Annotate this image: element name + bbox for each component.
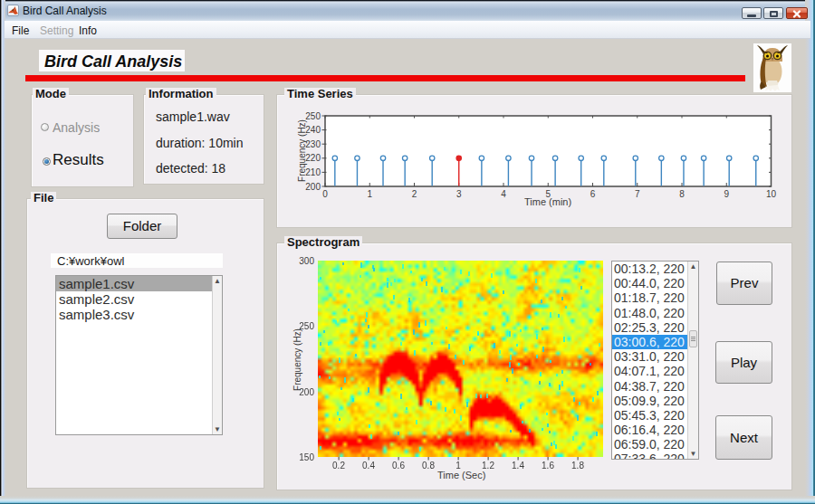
svg-text:8: 8	[679, 189, 685, 199]
svg-text:0: 0	[322, 189, 328, 199]
svg-text:230: 230	[305, 139, 321, 149]
svg-text:2: 2	[412, 189, 417, 199]
svg-text:7: 7	[635, 189, 640, 199]
svg-text:240: 240	[305, 125, 321, 135]
svg-text:10: 10	[766, 189, 777, 199]
svg-text:3: 3	[456, 189, 462, 199]
svg-text:250: 250	[305, 111, 321, 121]
svg-text:6: 6	[590, 189, 596, 199]
svg-text:220: 220	[305, 153, 321, 163]
svg-text:9: 9	[724, 189, 729, 199]
svg-text:1: 1	[367, 189, 372, 199]
svg-text:210: 210	[305, 167, 321, 177]
svg-text:4: 4	[501, 189, 506, 199]
svg-text:200: 200	[305, 182, 321, 192]
